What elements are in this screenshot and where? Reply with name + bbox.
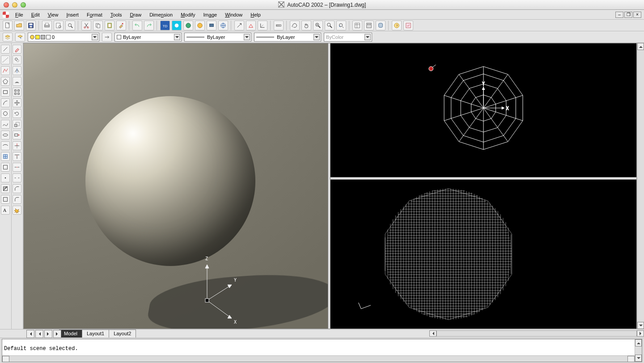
scroll-down-button[interactable] — [637, 322, 644, 329]
explode-icon[interactable] — [13, 206, 21, 215]
viewport-render[interactable]: Z Y X — [24, 43, 328, 329]
menu-window[interactable]: Window — [221, 11, 246, 18]
print-icon[interactable] — [42, 21, 52, 30]
polygon-icon[interactable] — [1, 77, 10, 86]
region-icon[interactable] — [1, 195, 10, 204]
meet-now-icon[interactable] — [183, 21, 193, 30]
tab-nav-last[interactable] — [53, 330, 61, 338]
vertical-scrollbar[interactable] — [637, 43, 644, 329]
scroll-down-button[interactable] — [635, 355, 642, 362]
arc-icon[interactable] — [1, 98, 10, 107]
find-icon[interactable] — [65, 21, 75, 30]
scroll-left-button[interactable] — [2, 356, 9, 362]
multiline-text-icon[interactable]: A — [1, 206, 10, 215]
rotate-icon[interactable] — [13, 109, 21, 118]
copy-object-icon[interactable] — [13, 55, 21, 64]
viewport-side[interactable] — [330, 180, 636, 329]
scroll-track[interactable] — [635, 346, 642, 355]
menu-dimension[interactable]: Dimension — [146, 11, 176, 18]
layer-combo[interactable]: 0 — [28, 33, 99, 42]
new-file-icon[interactable] — [3, 21, 13, 30]
cmd-scroll-vertical[interactable] — [635, 339, 642, 362]
dbconnect-icon[interactable] — [376, 21, 386, 30]
tab-layout1[interactable]: Layout1 — [82, 329, 109, 338]
active-assistance-icon[interactable] — [403, 21, 413, 30]
layer-previous-icon[interactable] — [15, 33, 25, 42]
layer-manager-icon[interactable] — [3, 33, 13, 42]
redraw-icon[interactable] — [290, 21, 300, 30]
scroll-left-button[interactable] — [429, 330, 436, 337]
mirror-icon[interactable] — [13, 66, 21, 75]
ellipse-arc-icon[interactable] — [1, 141, 10, 150]
rectangle-icon[interactable] — [1, 88, 10, 97]
scroll-track[interactable] — [436, 330, 637, 337]
offset-icon[interactable] — [13, 77, 21, 86]
mdi-minimize-button[interactable]: – — [615, 12, 623, 18]
circle-icon[interactable] — [1, 109, 10, 118]
print-preview-icon[interactable] — [54, 21, 64, 30]
menu-modify[interactable]: Modify — [177, 11, 199, 18]
make-layer-current-icon[interactable] — [102, 33, 112, 42]
spline-icon[interactable] — [1, 120, 10, 129]
object-snap-flyout-icon[interactable] — [246, 21, 256, 30]
publish-to-web-icon[interactable] — [195, 21, 205, 30]
scroll-right-button[interactable] — [637, 330, 644, 337]
tab-nav-first[interactable] — [26, 330, 34, 338]
open-file-icon[interactable] — [14, 21, 24, 30]
fillet-icon[interactable] — [13, 195, 21, 204]
cmd-scroll-horizontal[interactable] — [2, 355, 635, 362]
paste-icon[interactable] — [105, 21, 114, 30]
zoom-previous-icon[interactable] — [336, 21, 346, 30]
pan-realtime-icon[interactable] — [301, 21, 311, 30]
break-icon[interactable] — [13, 173, 21, 182]
extend-icon[interactable] — [13, 152, 21, 161]
point-icon[interactable] — [1, 173, 10, 182]
insert-block-icon[interactable] — [1, 152, 10, 161]
dropdown-arrow-icon[interactable] — [174, 34, 180, 40]
linetype-combo[interactable]: ByLayer — [184, 33, 251, 42]
menu-view[interactable]: View — [44, 11, 62, 18]
construction-line-icon[interactable] — [1, 55, 10, 64]
distance-icon[interactable] — [274, 21, 284, 30]
dropdown-arrow-icon[interactable] — [314, 34, 320, 40]
menu-tools[interactable]: Tools — [107, 11, 126, 18]
zoom-realtime-icon[interactable]: ± — [313, 21, 323, 30]
undo-icon[interactable] — [132, 21, 142, 30]
array-icon[interactable] — [13, 88, 21, 97]
zoom-window-icon[interactable] — [325, 21, 335, 30]
make-block-icon[interactable] — [1, 163, 10, 172]
dropdown-arrow-icon[interactable] — [364, 34, 371, 40]
menu-help[interactable]: Help — [247, 11, 264, 18]
chamfer-icon[interactable] — [13, 184, 21, 193]
scroll-right-button[interactable] — [627, 356, 635, 362]
save-file-icon[interactable] — [26, 21, 36, 30]
copy-icon[interactable] — [93, 21, 103, 30]
properties-icon[interactable] — [352, 21, 362, 30]
menu-image[interactable]: Image — [200, 11, 221, 18]
tab-model[interactable]: Model — [59, 329, 82, 338]
ellipse-icon[interactable] — [1, 131, 10, 139]
tab-nav-prev[interactable] — [35, 330, 43, 338]
cut-icon[interactable] — [81, 21, 91, 30]
mdi-restore-button[interactable]: ❐ — [624, 12, 632, 18]
scroll-up-button[interactable] — [635, 339, 642, 346]
today-icon[interactable]: TD — [160, 21, 170, 30]
menu-insert[interactable]: Insert — [63, 11, 82, 18]
menu-edit[interactable]: Edit — [28, 11, 43, 18]
match-properties-icon[interactable] — [116, 21, 126, 30]
command-window[interactable]: Default scene selected. 100% complete, 6… — [2, 339, 642, 362]
design-center-icon[interactable] — [364, 21, 374, 30]
move-icon[interactable] — [13, 98, 21, 107]
plotstyle-combo[interactable]: ByColor — [324, 33, 372, 42]
erase-icon[interactable] — [13, 45, 21, 54]
polyline-icon[interactable] — [1, 66, 10, 75]
tab-nav-next[interactable] — [44, 330, 52, 338]
menu-format[interactable]: Format — [83, 11, 106, 18]
hatch-icon[interactable] — [1, 184, 10, 193]
horizontal-scrollbar[interactable] — [429, 329, 644, 338]
dropdown-arrow-icon[interactable] — [244, 34, 250, 40]
scroll-track[interactable] — [9, 356, 627, 362]
stretch-icon[interactable] — [13, 131, 21, 139]
viewport-top[interactable]: X Y — [330, 43, 636, 177]
dropdown-arrow-icon[interactable] — [92, 34, 98, 40]
